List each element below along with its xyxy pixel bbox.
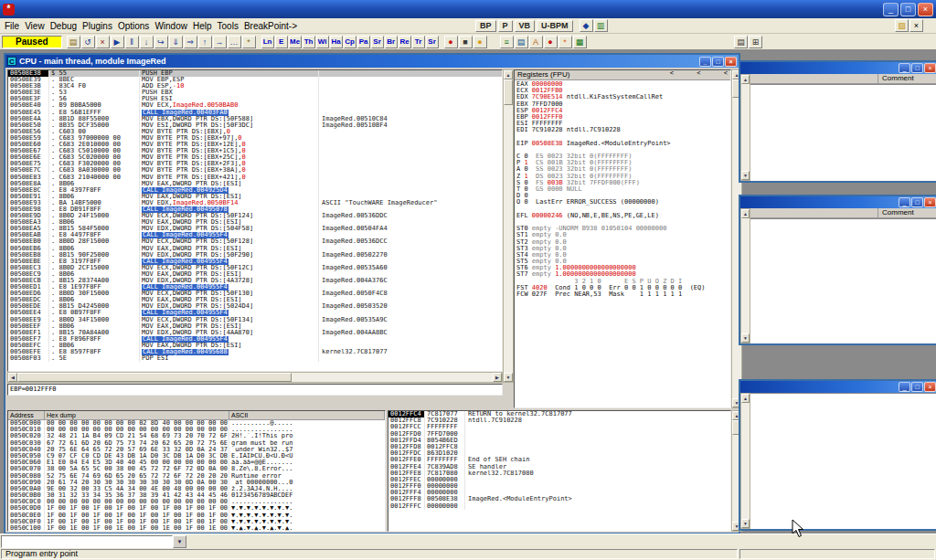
register-line[interactable]: EBP 0012FFF0 (516, 114, 730, 121)
restart-icon[interactable]: ↺ (81, 36, 95, 48)
register-line[interactable] (516, 134, 730, 141)
notes-icon[interactable]: ▥ (594, 19, 608, 32)
tile-icon[interactable]: ⊞ (749, 36, 762, 48)
disasm-row[interactable]: 00508ECB. 8B15 28374A00MOV EDX,DWORD PTR… (8, 278, 502, 284)
dump-row[interactable]: 0050C01000 00 00 00 00 00 00 00 00 00 00… (8, 427, 385, 433)
register-line[interactable]: ST4 empty 0.0 (516, 252, 730, 259)
until-return-icon[interactable]: ↑ (198, 36, 212, 48)
disasm-row[interactable]: 00508E93. BA 14BF5000MOV EDX,ImageRed.00… (8, 200, 502, 206)
stack-row[interactable]: 0012FFF000000000 (388, 483, 730, 490)
tool-letter-cp[interactable]: Cp (344, 36, 356, 48)
disasm-row[interactable]: 00508E38$ 55PUSH EBP (8, 70, 502, 77)
register-line[interactable]: EIP 00508E38 ImageRed.<ModuleEntryPoint> (516, 141, 730, 147)
stack-row[interactable]: 0012FFDC863D1020 (388, 450, 730, 457)
register-line[interactable]: C 0 ES 0023 32bit 0(FFFFFFFF) (516, 153, 730, 160)
registers-header-arrows[interactable]: < < < (670, 70, 728, 79)
animate-over-icon[interactable]: ⇒ (184, 36, 197, 48)
dump-row[interactable]: 0050C0B030 31 32 33 34 35 36 37 38 39 41… (8, 492, 385, 499)
disasm-row[interactable]: 00508E59. C683 97000000 00MOV BYTE PTR D… (8, 135, 502, 142)
register-line[interactable]: O 0 LastErr ERROR_SUCCESS (00000000) (516, 199, 730, 206)
block-icon[interactable]: ■ (459, 36, 473, 48)
disasm-row[interactable]: 00508F03. 5EPOP ESI (8, 355, 502, 362)
register-line[interactable] (516, 219, 730, 226)
dump-row[interactable]: 0050C0A09E 00 32 00 33 C5 4A 34 00 4E 00… (8, 486, 385, 492)
maximize-button[interactable]: □ (911, 197, 923, 207)
cpu-titlebar[interactable]: C CPU - main thread, module ImageRed _ □… (5, 55, 739, 68)
chevron-down-icon[interactable]: ▼ (173, 535, 186, 548)
assembler-icon[interactable]: A (529, 36, 543, 48)
disasm-row[interactable]: 00508EB0. 8B0D 28F15000MOV ECX,DWORD PTR… (8, 238, 502, 245)
menu-tools[interactable]: Tools (215, 20, 241, 32)
scroll-down-icon[interactable]: ▼ (504, 373, 513, 382)
disasm-row[interactable]: 00508EF1. 8B15 70A84A00MOV EDX,DWORD PTR… (8, 330, 502, 336)
register-line[interactable]: ST2 empty 0.0 (516, 239, 730, 246)
register-line[interactable]: P 1 CS 001B 32bit 0(FFFFFFFF) (516, 160, 730, 166)
breakpoint-icon[interactable]: ● (444, 36, 458, 48)
tool-letter-me[interactable]: Me (289, 36, 302, 48)
disassembly-hscrollbar[interactable]: ◀ ▶ (7, 372, 503, 383)
register-line[interactable]: EBX 7FFD7000 (516, 101, 730, 108)
disasm-row[interactable]: 00508EC3. 8B0D 2CF15000MOV ECX,DWORD PTR… (8, 265, 502, 271)
side-window-1-titlebar[interactable]: _ □ × (740, 62, 936, 74)
tool-letter-ln[interactable]: Ln (261, 36, 274, 48)
tool-letter-ha[interactable]: Ha (330, 36, 343, 48)
menu-button-p[interactable]: P (498, 20, 513, 32)
disasm-row[interactable]: 00508E3F. 56PUSH ESI (8, 96, 502, 102)
registers-pane[interactable]: Registers (FPU) < < < EAX 00000000ECX 00… (514, 69, 731, 408)
side-window-2-body[interactable] (750, 218, 936, 343)
maximize-button[interactable]: □ (911, 382, 923, 392)
dump-row[interactable]: 0050C0C000 00 00 00 00 00 00 00 00 00 00… (8, 499, 385, 505)
register-line[interactable]: 3 2 1 0 E S P U O Z D I (516, 279, 730, 285)
register-line[interactable]: Z 1 DS 0023 32bit 0(FFFFFFFF) (516, 174, 730, 180)
register-line[interactable]: ESI FFFFFFFF (516, 121, 730, 127)
disasm-row[interactable]: 00508E6E. C683 5C020000 00MOV BYTE PTR D… (8, 154, 502, 161)
close-program-icon[interactable]: × (96, 36, 110, 48)
minimize-button[interactable]: _ (899, 382, 910, 392)
close-button[interactable]: × (924, 63, 936, 73)
scroll-track[interactable] (741, 403, 750, 519)
disasm-row[interactable]: 00508E4A. 8B1D 88F55000MOV EBX,DWORD PTR… (8, 116, 502, 122)
pause-icon[interactable]: ‖ (125, 36, 139, 48)
disasm-row[interactable]: 00508E83. C683 21040000 00MOV BYTE PTR D… (8, 174, 502, 181)
star-icon[interactable]: * (558, 36, 572, 48)
dump-pane[interactable]: Address Hex dump ASCII 0050C00000 00 00 … (7, 410, 386, 532)
register-line[interactable]: EDI 7C910228 ntdll.7C910228 (516, 127, 730, 133)
close-button[interactable]: × (924, 382, 936, 392)
menu-debug[interactable]: Debug (48, 20, 80, 32)
side-window-3-body[interactable] (750, 393, 936, 529)
disasm-row[interactable]: 00508EBE. E8 3197F8FFCALL ImageRed.00495… (8, 259, 502, 265)
disasm-row[interactable]: 00508EA3. 8B06MOV EAX,DWORD PTR DS:[ESI] (8, 219, 502, 226)
stack-row[interactable]: 0012FFE0FFFFFFFFEnd of SEH chain (388, 457, 730, 463)
command-input[interactable] (1, 535, 173, 548)
disasm-row[interactable]: 00508E56. C603 00MOV BYTE PTR DS:[EBX],0 (8, 129, 502, 135)
minimize-button[interactable]: _ (899, 197, 910, 207)
maximize-button[interactable]: □ (911, 63, 923, 73)
step-over-icon[interactable]: ↪ (154, 36, 168, 48)
scroll-track[interactable] (504, 105, 513, 373)
dump-row[interactable]: 0050C07038 00 5A 65 5C 00 38 00 45 72 72… (8, 466, 385, 472)
stack-row[interactable]: 0012FFE47C839AD8SE handler (388, 464, 730, 470)
scroll-track[interactable] (292, 373, 493, 382)
tool-letter-br[interactable]: Br (385, 36, 398, 48)
side-window-2-scrollbar[interactable]: ▲ ▼ (740, 208, 750, 343)
disasm-row[interactable]: 00508EDE. 8B15 D4245000MOV EDX,DWORD PTR… (8, 303, 502, 310)
animate-into-icon[interactable]: ⇓ (169, 36, 183, 48)
register-line[interactable]: EFL 00000246 (NO,NB,E,BE,NS,PE,GE,LE) (516, 213, 730, 219)
tool-letter-sr[interactable]: Sr (371, 36, 384, 48)
menu-view[interactable]: View (22, 20, 48, 32)
disasm-row[interactable]: 00508EE9. 8B0D 34F15000MOV ECX,DWORD PTR… (8, 317, 502, 323)
minimize-button[interactable]: _ (899, 63, 910, 73)
scroll-up-icon[interactable]: ▲ (504, 70, 513, 79)
register-line[interactable]: EDX 7C90E514 ntdll.KiFastSystemCallRet (516, 94, 730, 100)
dump-row[interactable]: 0050C08052 75 6E 74 69 6D 65 20 65 72 72… (8, 473, 385, 480)
dump-row[interactable]: 0050C0D01F 00 1F 00 1F 00 1F 00 1F 00 1F… (8, 505, 385, 512)
folder-icon[interactable]: ▨ (895, 19, 909, 32)
panel-icon[interactable]: ▤ (515, 36, 528, 48)
register-line[interactable]: ST5 empty 0.0 (516, 259, 730, 265)
disasm-row[interactable]: 00508EB6. 8B06MOV EAX,DWORD PTR DS:[ESI] (8, 246, 502, 252)
disasm-row[interactable]: 00508E9D. 8B0D 24F15000MOV ECX,DWORD PTR… (8, 213, 502, 219)
open-icon[interactable]: ▤ (67, 36, 80, 48)
grid-icon[interactable]: ▦ (573, 36, 587, 48)
disasm-row[interactable]: 00508E3E. 53PUSH EBX (8, 90, 502, 96)
cpu-maximize-button[interactable]: □ (712, 57, 724, 67)
